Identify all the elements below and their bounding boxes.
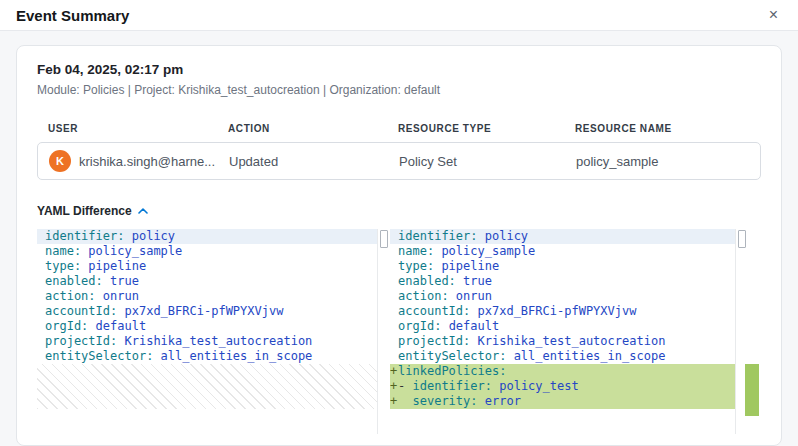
code-line: accountId: px7xd_BFRCi-pfWPYXVjvw bbox=[390, 304, 735, 319]
user-email: krishika.singh@harne... bbox=[79, 154, 215, 169]
yaml-difference-toggle[interactable]: YAML Difference bbox=[37, 204, 148, 218]
code-line: enabled: true bbox=[390, 274, 735, 289]
code-line: name: policy_sample bbox=[390, 244, 735, 259]
column-header-action: ACTION bbox=[228, 123, 398, 134]
yaml-diff-editor: identifier: policyname: policy_sampletyp… bbox=[37, 229, 761, 434]
resource-type-cell: Policy Set bbox=[399, 154, 576, 169]
diff-pane-modified[interactable]: identifier: policyname: policy_sampletyp… bbox=[390, 229, 735, 434]
page-title: Event Summary bbox=[16, 7, 129, 24]
missing-lines-placeholder bbox=[37, 364, 377, 409]
event-meta: Module: Policies | Project: Krishika_tes… bbox=[37, 83, 761, 97]
chevron-up-icon bbox=[138, 208, 148, 214]
code-line: accountId: px7xd_BFRCi-pfWPYXVjvw bbox=[37, 304, 377, 319]
code-line-added: +linkedPolicies: bbox=[390, 364, 735, 379]
close-icon[interactable]: × bbox=[765, 5, 782, 25]
modal-header: Event Summary × bbox=[0, 0, 798, 31]
right-scrollbar-thumb[interactable] bbox=[738, 230, 746, 248]
action-cell: Updated bbox=[229, 154, 399, 169]
code-line: identifier: policy bbox=[37, 229, 377, 244]
code-line: identifier: policy bbox=[390, 229, 735, 244]
column-header-resource-type: RESOURCE TYPE bbox=[398, 123, 575, 134]
code-line: name: policy_sample bbox=[37, 244, 377, 259]
diff-pane-original[interactable]: identifier: policyname: policy_sampletyp… bbox=[37, 229, 377, 434]
column-header-resource-name: RESOURCE NAME bbox=[575, 123, 750, 134]
left-scrollbar-thumb[interactable] bbox=[380, 230, 388, 248]
code-line-added: + severity: error bbox=[390, 394, 735, 409]
event-timestamp: Feb 04, 2025, 02:17 pm bbox=[37, 62, 761, 77]
column-header-user: USER bbox=[48, 123, 228, 134]
code-line: enabled: true bbox=[37, 274, 377, 289]
code-line: entitySelector: all_entities_in_scope bbox=[37, 349, 377, 364]
code-line-added: +- identifier: policy_test bbox=[390, 379, 735, 394]
code-line: orgId: default bbox=[390, 319, 735, 334]
code-line: projectId: Krishika_test_autocreation bbox=[390, 334, 735, 349]
yaml-difference-label: YAML Difference bbox=[37, 204, 132, 218]
event-summary-modal: Event Summary × Feb 04, 2025, 02:17 pm M… bbox=[0, 0, 798, 446]
table-row: K krishika.singh@harne... Updated Policy… bbox=[37, 142, 761, 180]
code-line: action: onrun bbox=[37, 289, 377, 304]
scrollbar-added-marker bbox=[745, 364, 759, 416]
code-line: type: pipeline bbox=[390, 259, 735, 274]
code-line: orgId: default bbox=[37, 319, 377, 334]
code-line: action: onrun bbox=[390, 289, 735, 304]
user-cell: K krishika.singh@harne... bbox=[49, 150, 229, 172]
resource-name-cell: policy_sample bbox=[576, 154, 749, 169]
modal-content: Feb 04, 2025, 02:17 pm Module: Policies … bbox=[0, 31, 798, 446]
code-line: projectId: Krishika_test_autocreation bbox=[37, 334, 377, 349]
table-header: USER ACTION RESOURCE TYPE RESOURCE NAME bbox=[37, 123, 761, 134]
code-line: type: pipeline bbox=[37, 259, 377, 274]
code-line: entitySelector: all_entities_in_scope bbox=[390, 349, 735, 364]
event-card: Feb 04, 2025, 02:17 pm Module: Policies … bbox=[16, 45, 782, 446]
diff-splitter[interactable] bbox=[377, 229, 390, 434]
diff-scrollbar[interactable] bbox=[735, 229, 761, 434]
avatar: K bbox=[49, 150, 71, 172]
